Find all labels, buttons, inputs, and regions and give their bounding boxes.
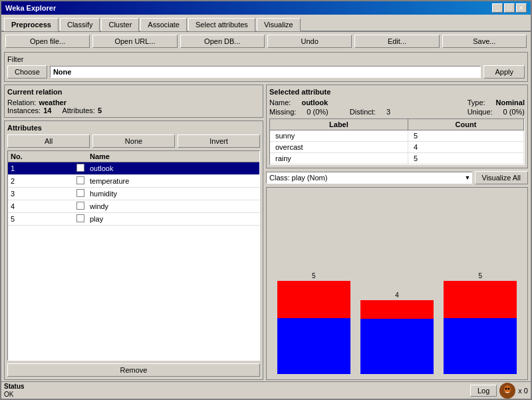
close-button[interactable]: ✕ bbox=[516, 3, 527, 13]
attributes-table: No. Name 1 outlook 2 temperature 3 humid… bbox=[7, 150, 260, 361]
checkbox-icon[interactable] bbox=[76, 164, 84, 172]
chart-area: 545 bbox=[266, 187, 528, 380]
status-left: Status OK bbox=[4, 383, 467, 398]
attributes-label: Attributes: bbox=[62, 106, 95, 114]
bar-top bbox=[360, 300, 434, 319]
minimize-button[interactable]: _ bbox=[492, 3, 503, 13]
attr-btn-row: All None Invert bbox=[7, 134, 260, 148]
bar-group: 5 bbox=[444, 272, 517, 374]
selected-attr-title: Selected attribute bbox=[269, 88, 525, 96]
relation-label: Relation: bbox=[7, 99, 36, 106]
attributes-box: Attributes All None Invert No. bbox=[4, 120, 263, 380]
remove-button[interactable]: Remove bbox=[7, 363, 260, 377]
selected-attribute-box: Selected attribute Name: outlook Type: N… bbox=[266, 85, 528, 168]
label-cell: overcast bbox=[270, 142, 408, 153]
checkbox-icon[interactable] bbox=[76, 176, 84, 184]
main-area: Current relation Relation: weather Insta… bbox=[4, 85, 528, 380]
checkbox-icon[interactable] bbox=[76, 202, 84, 210]
attributes-title: Attributes bbox=[7, 124, 260, 132]
tab-classify[interactable]: Classify bbox=[60, 18, 100, 31]
invert-button[interactable]: Invert bbox=[178, 134, 260, 148]
label-count-table: Label Count sunny 5 overcast 4 rainy 5 bbox=[269, 118, 525, 165]
tab-select-attributes[interactable]: Select attributes bbox=[188, 18, 255, 31]
row-checkbox[interactable] bbox=[74, 175, 87, 188]
list-item: overcast 4 bbox=[270, 142, 524, 153]
bar-top bbox=[444, 281, 517, 318]
bar-bottom bbox=[360, 319, 434, 374]
window-title: Weka Explorer bbox=[5, 4, 56, 12]
weka-icon bbox=[499, 383, 515, 399]
tab-associate[interactable]: Associate bbox=[140, 18, 187, 31]
col-label: Label bbox=[270, 119, 408, 130]
row-checkbox[interactable] bbox=[74, 188, 87, 200]
tab-cluster[interactable]: Cluster bbox=[101, 18, 139, 31]
table-row[interactable]: 4 windy bbox=[8, 200, 259, 213]
all-button[interactable]: All bbox=[7, 134, 90, 148]
svg-point-3 bbox=[508, 387, 510, 389]
svg-point-2 bbox=[505, 387, 507, 389]
title-bar: Weka Explorer _ □ ✕ bbox=[1, 1, 531, 15]
col-check bbox=[74, 151, 87, 162]
row-no: 4 bbox=[8, 200, 74, 213]
row-checkbox[interactable] bbox=[74, 200, 87, 213]
list-item: rainy 5 bbox=[270, 153, 524, 164]
table-row[interactable]: 5 play bbox=[8, 213, 259, 226]
open-file-button[interactable]: Open file... bbox=[5, 35, 90, 48]
window-controls: _ □ ✕ bbox=[492, 3, 527, 13]
checkbox-icon[interactable] bbox=[76, 189, 84, 197]
table-row[interactable]: 1 outlook bbox=[8, 162, 259, 175]
table-row[interactable]: 3 humidity bbox=[8, 188, 259, 200]
status-label: Status bbox=[4, 383, 467, 390]
main-window: Weka Explorer _ □ ✕ Preprocess Classify … bbox=[0, 0, 532, 400]
attributes-item: Attributes: 5 bbox=[62, 106, 102, 114]
filter-value: None bbox=[50, 66, 481, 78]
instances-item: Instances: 14 bbox=[7, 106, 51, 114]
current-relation-title: Current relation bbox=[7, 88, 260, 96]
type-value: Nominal bbox=[496, 99, 525, 106]
count-cell: 5 bbox=[408, 153, 523, 164]
name-label: Name: bbox=[269, 99, 291, 106]
tab-bar: Preprocess Classify Cluster Associate Se… bbox=[1, 15, 531, 32]
instances-info-row: Instances: 14 Attributes: 5 bbox=[7, 106, 260, 114]
row-checkbox[interactable] bbox=[74, 162, 87, 175]
choose-button[interactable]: Choose bbox=[7, 65, 47, 79]
bar-count-label: 4 bbox=[395, 292, 399, 299]
table-row[interactable]: 2 temperature bbox=[8, 175, 259, 188]
save-button[interactable]: Save... bbox=[442, 35, 527, 48]
unique-value: 0 (0%) bbox=[503, 108, 525, 116]
none-button[interactable]: None bbox=[92, 134, 175, 148]
content-area: Filter Choose None Apply Current relatio… bbox=[1, 51, 531, 381]
open-db-button[interactable]: Open DB... bbox=[180, 35, 265, 48]
filter-section: Filter Choose None Apply bbox=[4, 52, 528, 82]
bar-count-label: 5 bbox=[312, 272, 316, 280]
edit-button[interactable]: Edit... bbox=[354, 35, 439, 48]
tab-visualize[interactable]: Visualize bbox=[257, 18, 301, 31]
distinct-label: Distinct: bbox=[350, 108, 376, 116]
status-bar: Status OK Log x 0 bbox=[1, 381, 531, 399]
label-cell: rainy bbox=[270, 153, 408, 164]
col-no: No. bbox=[8, 151, 74, 162]
row-no: 5 bbox=[8, 213, 74, 226]
bar-top bbox=[277, 281, 350, 318]
attr-name-row: Name: outlook Type: Nominal bbox=[269, 99, 525, 106]
tab-preprocess[interactable]: Preprocess bbox=[4, 18, 59, 31]
name-value: outlook bbox=[301, 99, 328, 106]
row-no: 1 bbox=[8, 162, 74, 175]
row-no: 2 bbox=[8, 175, 74, 188]
bar-group: 5 bbox=[277, 272, 350, 374]
row-name: outlook bbox=[87, 162, 259, 175]
instances-value: 14 bbox=[43, 106, 51, 114]
right-panel: Selected attribute Name: outlook Type: N… bbox=[266, 85, 528, 380]
visualize-all-button[interactable]: Visualize All bbox=[475, 171, 529, 184]
undo-button[interactable]: Undo bbox=[267, 35, 352, 48]
apply-button[interactable]: Apply bbox=[483, 65, 525, 79]
row-checkbox[interactable] bbox=[74, 213, 87, 226]
row-name: windy bbox=[87, 200, 259, 213]
distinct-value: 3 bbox=[386, 108, 390, 116]
open-url-button[interactable]: Open URL... bbox=[92, 35, 177, 48]
checkbox-icon[interactable] bbox=[76, 214, 84, 222]
bar-container bbox=[277, 281, 350, 374]
maximize-button[interactable]: □ bbox=[504, 3, 515, 13]
class-select[interactable]: Class: play (Nom) bbox=[266, 172, 472, 184]
log-button[interactable]: Log bbox=[470, 385, 497, 397]
